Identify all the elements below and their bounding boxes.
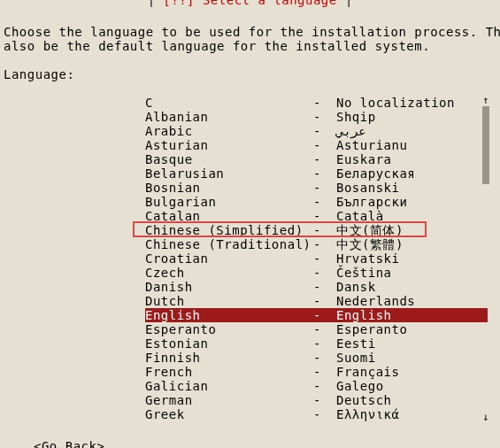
language-native-label: No localization — [336, 96, 488, 110]
language-english-label: Croatian — [145, 251, 313, 266]
language-native-label: عربي — [336, 124, 488, 138]
separator: - — [313, 237, 336, 251]
language-native-label: Shqip — [336, 110, 488, 124]
language-english-label: English — [145, 308, 313, 322]
language-option[interactable]: French-Français — [145, 365, 488, 379]
separator: - — [313, 365, 336, 379]
language-english-label: Arabic — [145, 124, 313, 138]
language-english-label: Asturian — [145, 138, 313, 152]
language-english-label: Catalan — [145, 209, 313, 223]
separator: - — [313, 266, 336, 280]
separator: - — [313, 336, 336, 351]
language-native-label: Deutsch — [336, 393, 488, 407]
scroll-up-icon: ↑ — [482, 94, 489, 106]
separator: - — [313, 280, 336, 294]
separator: - — [313, 379, 336, 393]
language-english-label: Czech — [145, 266, 313, 280]
language-english-label: Esperanto — [145, 322, 313, 336]
scroll-down-icon: ↓ — [482, 411, 489, 423]
language-native-label: Català — [336, 209, 488, 223]
language-option[interactable]: English-English — [145, 308, 488, 322]
language-native-label: English — [336, 308, 488, 322]
language-native-label: Suomi — [336, 351, 488, 365]
separator: - — [313, 251, 336, 266]
language-option[interactable]: Bulgarian-Български — [145, 195, 488, 209]
language-english-label: Bulgarian — [145, 195, 313, 209]
language-english-label: C — [145, 96, 313, 110]
language-native-label: Esperanto — [336, 322, 488, 336]
language-english-label: Albanian — [145, 110, 313, 124]
language-option[interactable]: Greek-Ελληνικά — [145, 407, 488, 421]
language-option[interactable]: Galician-Galego — [145, 379, 488, 393]
separator: - — [313, 152, 336, 166]
language-native-label: Nederlands — [336, 294, 488, 308]
language-option[interactable]: Basque-Euskara — [145, 152, 488, 166]
language-option[interactable]: Danish-Dansk — [145, 280, 488, 294]
separator: - — [313, 110, 336, 124]
language-english-label: Dutch — [145, 294, 313, 308]
separator: - — [313, 96, 336, 110]
language-native-label: Čeština — [336, 266, 488, 280]
language-english-label: Danish — [145, 280, 313, 294]
language-option[interactable]: Albanian-Shqip — [145, 110, 488, 124]
separator: - — [313, 322, 336, 336]
language-native-label: 中文(繁體) — [336, 237, 488, 251]
language-native-label: 中文(简体) — [336, 223, 488, 237]
language-option[interactable]: Chinese (Simplified)-中文(简体) — [145, 223, 488, 237]
language-native-label: Euskara — [336, 152, 488, 166]
language-english-label: German — [145, 393, 313, 407]
language-english-label: French — [145, 365, 313, 379]
separator: - — [313, 166, 336, 181]
language-option[interactable]: Arabic-عربي — [145, 124, 488, 138]
language-option[interactable]: Croatian-Hrvatski — [145, 251, 488, 266]
language-list[interactable]: ↑ C-No localizationAlbanian-ShqipArabic-… — [145, 96, 488, 421]
language-english-label: Galician — [145, 379, 313, 393]
language-english-label: Belarusian — [145, 166, 313, 181]
go-back-button[interactable]: <Go Back> — [34, 439, 496, 448]
separator: - — [313, 223, 336, 237]
separator: - — [313, 393, 336, 407]
language-option[interactable]: Czech-Čeština — [145, 266, 488, 280]
language-label: Language: — [4, 67, 496, 81]
language-native-label: Eesti — [336, 336, 488, 351]
language-native-label: Български — [336, 195, 488, 209]
language-native-label: Беларуская — [336, 166, 488, 181]
language-option[interactable]: Esperanto-Esperanto — [145, 322, 488, 336]
language-english-label: Estonian — [145, 336, 313, 351]
separator: - — [313, 351, 336, 365]
scrollbar[interactable] — [482, 106, 489, 184]
language-option[interactable]: Dutch-Nederlands — [145, 294, 488, 308]
separator: - — [313, 181, 336, 195]
language-option[interactable]: Catalan-Català — [145, 209, 488, 223]
language-native-label: Français — [336, 365, 488, 379]
language-native-label: Bosanski — [336, 181, 488, 195]
language-native-label: Galego — [336, 379, 488, 393]
language-native-label: Ελληνικά — [336, 407, 488, 421]
language-english-label: Finnish — [145, 351, 313, 365]
language-english-label: Chinese (Simplified) — [145, 223, 313, 237]
language-option[interactable]: C-No localization — [145, 96, 488, 110]
language-native-label: Dansk — [336, 280, 488, 294]
language-option[interactable]: German-Deutsch — [145, 393, 488, 407]
language-native-label: Hrvatski — [336, 251, 488, 266]
separator: - — [313, 294, 336, 308]
language-option[interactable]: Chinese (Traditional)-中文(繁體) — [145, 237, 488, 251]
title-bar: │ [!!] Select a language │ — [4, 0, 496, 7]
instructions-text: Choose the language to be used for the i… — [4, 25, 496, 53]
language-option[interactable]: Estonian-Eesti — [145, 336, 488, 351]
language-english-label: Chinese (Traditional) — [145, 237, 313, 251]
separator: - — [313, 407, 336, 421]
language-option[interactable]: Bosnian-Bosanski — [145, 181, 488, 195]
separator: - — [313, 124, 336, 138]
separator: - — [313, 195, 336, 209]
language-native-label: Asturianu — [336, 138, 488, 152]
language-english-label: Greek — [145, 407, 313, 421]
separator: - — [313, 308, 336, 322]
language-option[interactable]: Finnish-Suomi — [145, 351, 488, 365]
separator: - — [313, 138, 336, 152]
separator: - — [313, 209, 336, 223]
language-option[interactable]: Asturian-Asturianu — [145, 138, 488, 152]
language-english-label: Bosnian — [145, 181, 313, 195]
language-english-label: Basque — [145, 152, 313, 166]
language-option[interactable]: Belarusian-Беларуская — [145, 166, 488, 181]
